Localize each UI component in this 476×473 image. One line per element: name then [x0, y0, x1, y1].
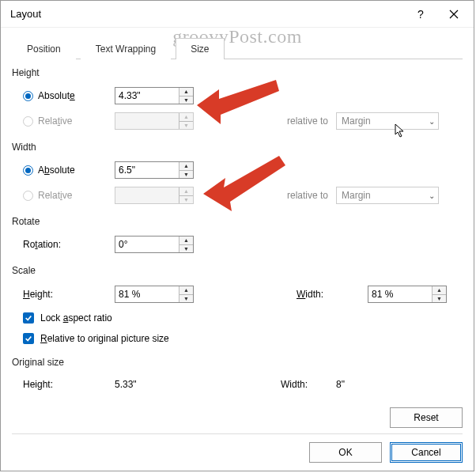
width-absolute-input[interactable]	[115, 162, 179, 178]
relative-original-checkbox[interactable]	[23, 333, 34, 344]
height-relative-radio[interactable]	[23, 116, 33, 127]
chevron-down-icon[interactable]: ▼	[179, 170, 193, 179]
height-relative-input	[115, 113, 179, 129]
window-title: Layout	[10, 8, 404, 20]
section-height-label: Height	[12, 67, 463, 78]
width-relative-radio[interactable]	[23, 191, 33, 201]
rotation-label: Rotation:	[23, 239, 61, 250]
height-absolute-input[interactable]	[115, 88, 179, 104]
section-width-label: Width	[12, 142, 463, 153]
chevron-up-icon[interactable]: ▲	[179, 286, 193, 294]
chevron-up-icon: ▲	[179, 187, 193, 195]
chevron-down-icon[interactable]: ▼	[179, 294, 193, 303]
height-relative-label: Relative	[38, 115, 72, 127]
height-relative-to-label: relative to	[287, 115, 328, 127]
section-height: Height Absolute ▲▼ Relative	[12, 67, 463, 134]
width-relative-input	[115, 187, 179, 203]
scale-width-input[interactable]	[368, 286, 432, 302]
height-absolute-label: Absolute	[38, 90, 75, 101]
lock-aspect-label: Lock aspect ratio	[40, 312, 112, 324]
height-relative-to-value: Margin	[342, 115, 371, 127]
width-relative-to-value: Margin	[342, 190, 371, 201]
reset-button[interactable]: Reset	[390, 407, 463, 428]
chevron-up-icon[interactable]: ▲	[433, 286, 446, 294]
width-relative-to-combo: Margin ⌄	[336, 187, 439, 204]
close-icon	[449, 9, 459, 19]
section-rotate-label: Rotate	[12, 216, 463, 227]
chevron-up-icon[interactable]: ▲	[179, 236, 193, 244]
chevron-down-icon: ⌄	[429, 191, 435, 200]
width-relative-to-label: relative to	[287, 190, 328, 201]
section-original: Original size Height: 5.33" Width: 8"	[12, 357, 463, 396]
height-relative-spinner: ▲▼	[115, 112, 194, 130]
chevron-up-icon: ▲	[179, 113, 193, 121]
chevron-up-icon[interactable]: ▲	[179, 162, 193, 170]
spinner-arrows[interactable]: ▲▼	[179, 88, 193, 104]
check-icon	[25, 314, 32, 322]
layout-dialog: Layout ? groovyPost.com Position Text Wr…	[0, 0, 474, 471]
scale-height-label: Height:	[23, 289, 53, 300]
chevron-down-icon[interactable]: ▼	[433, 294, 446, 303]
dialog-footer: OK Cancel	[12, 433, 463, 463]
scale-height-spinner[interactable]: ▲▼	[115, 286, 194, 303]
width-relative-spinner: ▲▼	[115, 187, 194, 204]
original-width-value: 8"	[336, 379, 345, 390]
section-scale: Scale Height: ▲▼ Width: ▲▼	[12, 265, 463, 349]
chevron-down-icon[interactable]: ▼	[179, 244, 193, 253]
chevron-down-icon: ⌄	[429, 117, 435, 126]
tab-size[interactable]: Size	[176, 38, 224, 59]
chevron-up-icon[interactable]: ▲	[179, 88, 193, 96]
original-width-label: Width:	[281, 379, 336, 390]
close-button[interactable]	[437, 2, 470, 26]
width-relative-label: Relative	[38, 190, 72, 201]
height-absolute-spinner[interactable]: ▲▼	[115, 87, 194, 104]
width-absolute-radio[interactable]	[23, 165, 33, 176]
tab-strip: Position Text Wrapping Size	[12, 37, 463, 59]
chevron-down-icon: ▼	[179, 195, 193, 204]
scale-width-label: Width:	[297, 289, 323, 300]
section-scale-label: Scale	[12, 265, 463, 276]
section-original-label: Original size	[12, 357, 463, 368]
cancel-button[interactable]: Cancel	[390, 442, 463, 463]
section-width: Width Absolute ▲▼ Relative	[12, 142, 463, 208]
width-absolute-label: Absolute	[38, 165, 75, 176]
height-absolute-radio[interactable]	[23, 91, 33, 101]
original-height-value: 5.33"	[115, 379, 281, 390]
scale-width-spinner[interactable]: ▲▼	[368, 286, 447, 303]
ok-button[interactable]: OK	[309, 442, 382, 463]
chevron-down-icon: ▼	[179, 121, 193, 130]
relative-original-label: Relative to original picture size	[40, 333, 169, 344]
scale-height-input[interactable]	[115, 286, 179, 302]
rotation-input[interactable]	[115, 236, 179, 252]
section-rotate: Rotate Rotation: ▲▼	[12, 216, 463, 257]
chevron-down-icon[interactable]: ▼	[179, 96, 193, 104]
rotation-spinner[interactable]: ▲▼	[115, 236, 194, 253]
dialog-content: Position Text Wrapping Size Height Absol…	[1, 28, 474, 396]
width-absolute-spinner[interactable]: ▲▼	[115, 161, 194, 179]
tab-text-wrapping[interactable]: Text Wrapping	[81, 38, 171, 59]
check-icon	[25, 335, 32, 342]
help-button[interactable]: ?	[404, 2, 437, 26]
tab-position[interactable]: Position	[12, 38, 76, 59]
lock-aspect-checkbox[interactable]	[23, 312, 34, 324]
titlebar: Layout ?	[1, 1, 474, 28]
original-height-label: Height:	[23, 379, 115, 390]
height-relative-to-combo: Margin ⌄	[336, 112, 439, 130]
